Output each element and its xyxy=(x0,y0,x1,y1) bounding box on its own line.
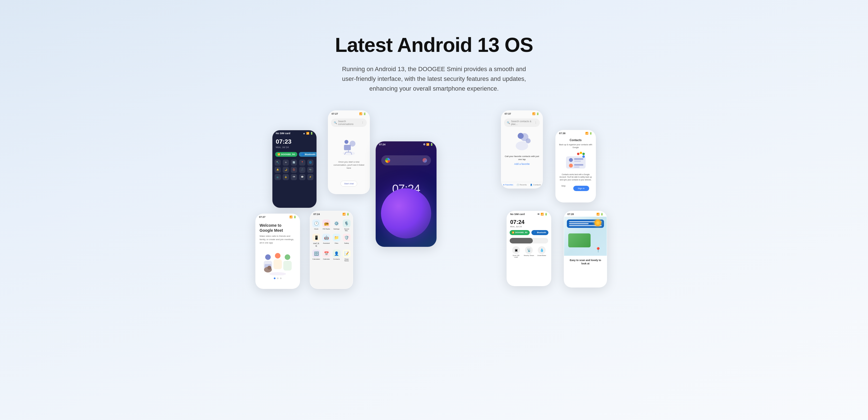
status-no-sim: No SIM card xyxy=(276,132,290,135)
nav-screen: 07:28 📶 🔋 📍 xyxy=(564,211,607,287)
contacts-setup-title: Contacts xyxy=(556,136,596,143)
qs-icon-15[interactable]: ⚡ xyxy=(307,174,313,180)
qs-icon-1[interactable]: 🔦 xyxy=(275,160,281,166)
qc-underwater[interactable]: 💧 UnderWater xyxy=(536,246,547,258)
meet-pagination-dots xyxy=(256,275,300,281)
page-wrapper: Latest Android 13 OS Running on Android … xyxy=(0,0,868,314)
status-bar-dark: No SIM card ▲ 📶 🔋 xyxy=(272,130,316,136)
qs-icon-11[interactable]: 📺 xyxy=(275,174,281,180)
qs-icon-9[interactable]: 🎵 xyxy=(299,167,305,173)
phone-messages: 07:27 📶 🔋 🔍 Search conversations ⋮ xyxy=(328,110,370,194)
qc-wifi-icon: 📶 xyxy=(512,231,515,234)
svg-point-13 xyxy=(569,158,573,162)
app-clock[interactable]: 🕐 Clock xyxy=(312,220,320,231)
contacts-more-icon: ⋮ xyxy=(534,121,537,124)
qs-icon-8[interactable]: 📵 xyxy=(291,167,297,173)
contacts-tab-contacts[interactable]: 👤 Contacts xyxy=(530,184,541,186)
qc-quick-actions: ▣ Scan QR code 📡 Nearby Share 💧 UnderWat… xyxy=(507,245,551,260)
phone-navigation: 07:28 📶 🔋 📍 xyxy=(564,211,607,288)
qs-icon-10[interactable]: 📷 xyxy=(307,167,313,173)
svg-point-26 xyxy=(275,253,280,259)
app-calculator[interactable]: 🔢 Calculator xyxy=(312,250,320,262)
app-soundrec[interactable]: 🎙️ Sound Rec. xyxy=(343,220,350,231)
app-files[interactable]: 📁 Files xyxy=(333,234,341,247)
app-calendar[interactable]: 📅 Calendar xyxy=(322,250,330,262)
contacts-setup-skip[interactable]: Skip xyxy=(559,184,568,193)
qc-brightness-slider[interactable] xyxy=(509,238,548,244)
bt-icon: 🔵 xyxy=(301,153,304,156)
contacts-add-link[interactable]: Add a favorite xyxy=(501,163,542,165)
nav-map-terrain xyxy=(568,233,591,247)
contacts-search[interactable]: 🔍 Search contacts & plac... ⋮ xyxy=(504,119,540,127)
meet-dot-1 xyxy=(274,278,276,279)
messages-screen: 07:27 📶 🔋 🔍 Search conversations ⋮ xyxy=(328,111,370,194)
qs-icon-14[interactable]: 💬 xyxy=(299,174,305,180)
app-settings[interactable]: ⚙️ Settings xyxy=(333,220,341,231)
svg-point-11 xyxy=(526,138,531,143)
setup-status-bar: 07:38 📶 🔋 xyxy=(556,130,596,136)
apps-icon-grid: 🕐 Clock 📻 FM Radio ⚙️ Settings 🎙️ Sound … xyxy=(310,217,353,264)
qc-wifi-bt-row: 📶 DOOGEE_5G 🔵 Bluetooth xyxy=(507,228,551,237)
app-contacts[interactable]: 👤 Contacts xyxy=(333,250,341,262)
qs-icon-12[interactable]: 🔒 xyxy=(283,174,289,180)
qs-icon-13[interactable]: 🗺 xyxy=(291,174,297,180)
apps-status-bar: 07:24 📶 🔋 xyxy=(310,211,353,217)
nav-status-bar: 07:28 📶 🔋 xyxy=(564,211,607,217)
qc-bt-icon: 🔵 xyxy=(534,231,536,234)
qs-icon-3[interactable]: 🔄 xyxy=(291,160,297,166)
qs-icon-6[interactable]: 🔔 xyxy=(275,167,281,173)
app-sim[interactable]: 📱 SIM工具箱 xyxy=(312,234,320,247)
app-fmradio[interactable]: 📻 FM Radio xyxy=(322,220,330,231)
qs-icon-2[interactable]: ✈ xyxy=(283,160,289,166)
messages-status-bar: 07:27 📶 🔋 xyxy=(328,111,370,116)
qc-time: 07:24 xyxy=(510,219,548,225)
svg-rect-18 xyxy=(574,166,579,168)
contacts-tab-favorites[interactable]: ★ Favorites xyxy=(503,184,513,186)
qs-buttons-row: 📶 DOOGEE_5G 🔵 Bluetooth xyxy=(272,151,316,158)
svg-point-20 xyxy=(580,152,582,154)
qs-wifi-btn[interactable]: 📶 DOOGEE_5G xyxy=(275,152,297,157)
qs-time: 07:23 xyxy=(272,136,316,146)
svg-rect-15 xyxy=(574,161,581,162)
qs-date: Mon, Jul 24 xyxy=(272,146,316,151)
svg-rect-29 xyxy=(283,261,292,270)
qc-nearby-share[interactable]: 📡 Nearby Share xyxy=(524,246,534,258)
google-meet-screen: 07:27 📶 🔋 Welcome to Google Meet Make vi… xyxy=(256,214,300,289)
qc-scan-qr[interactable]: ▣ Scan QR code xyxy=(511,246,521,258)
nav-location-pin: 📍 xyxy=(595,247,601,253)
home-search-bar[interactable] xyxy=(381,155,431,165)
phone-contacts: 07:37 📶 🔋 🔍 Search contacts & plac... ⋮ xyxy=(501,110,543,189)
meet-dot-3 xyxy=(280,278,282,279)
quick-controls-screen: No SIM card ✏ 📶 🔋 07:24 Mon, Jul 24 📶 DO… xyxy=(507,211,551,286)
messages-empty-state: Once you start a new conversation, you'l… xyxy=(328,129,370,178)
qs-icon-4[interactable]: 📍 xyxy=(299,160,305,166)
contacts-setup-body: Contacts works best with a Google Accoun… xyxy=(556,173,596,181)
phone-quick-settings: No SIM card ▲ 📶 🔋 07:23 Mon, Jul 24 📶 DO… xyxy=(272,130,317,208)
contacts-status-bar: 07:37 📶 🔋 xyxy=(501,111,542,116)
qc-bt-button[interactable]: 🔵 Bluetooth xyxy=(531,230,549,235)
mic-icon xyxy=(423,158,427,163)
contacts-tab-recents[interactable]: 🕐 Recents xyxy=(517,184,527,186)
svg-point-31 xyxy=(268,266,271,270)
contacts-setup-signin[interactable]: Sign in xyxy=(573,186,589,191)
contacts-screen: 07:37 📶 🔋 🔍 Search contacts & plac... ⋮ xyxy=(501,111,542,188)
app-assistant[interactable]: 🤖 Assistant xyxy=(322,234,330,247)
header-section: Latest Android 13 OS Running on Android … xyxy=(6,17,862,105)
app-safety[interactable]: 🛡️ Safety xyxy=(343,234,350,247)
purple-sphere-decoration xyxy=(381,188,431,238)
messages-search[interactable]: 🔍 Search conversations ⋮ xyxy=(331,119,367,127)
qc-wifi-button[interactable]: 📶 DOOGEE_5G xyxy=(509,230,530,235)
qs-icon-7[interactable]: 🌙 xyxy=(283,167,289,173)
qs-bt-btn[interactable]: 🔵 Bluetooth xyxy=(299,152,316,157)
qs-icon-5[interactable]: 🌐 xyxy=(307,160,313,166)
home-status-bar: 07:24 ⚙ 📶 🔋 xyxy=(376,141,436,147)
svg-point-16 xyxy=(569,163,573,167)
svg-point-28 xyxy=(285,254,290,260)
start-chat-button[interactable]: Start chat xyxy=(341,181,357,187)
svg-point-19 xyxy=(577,153,580,155)
meet-status-bar: 07:27 📶 🔋 xyxy=(256,214,300,220)
phone-quick-controls: No SIM card ✏ 📶 🔋 07:24 Mon, Jul 24 📶 DO… xyxy=(506,211,551,286)
nav-description: Easy to scan and lovely to look at xyxy=(564,256,607,268)
app-keepnotes[interactable]: 📝 Keep Notes xyxy=(343,250,350,262)
qc-status-bar: No SIM card ✏ 📶 🔋 xyxy=(507,211,551,217)
